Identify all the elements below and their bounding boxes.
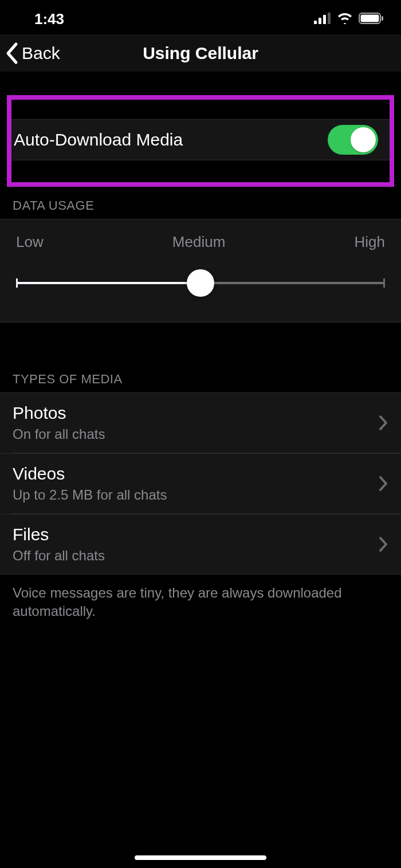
spacer bbox=[0, 323, 401, 360]
svg-rect-1 bbox=[319, 18, 321, 24]
media-list: Photos On for all chats Videos Up to 2.5… bbox=[0, 392, 401, 575]
row-text: Files Off for all chats bbox=[13, 525, 105, 564]
slider-labels: Low Medium High bbox=[16, 233, 385, 251]
chevron-right-icon bbox=[378, 475, 388, 492]
slider-label-low: Low bbox=[16, 233, 44, 251]
highlight-spacer-top bbox=[11, 100, 390, 119]
svg-rect-5 bbox=[361, 15, 379, 22]
battery-icon bbox=[359, 13, 384, 26]
slider-thumb[interactable] bbox=[187, 269, 214, 297]
slider-label-medium: Medium bbox=[172, 233, 225, 251]
videos-row[interactable]: Videos Up to 2.5 MB for all chats bbox=[0, 453, 401, 513]
toggle-knob bbox=[351, 127, 376, 152]
auto-download-row[interactable]: Auto-Download Media bbox=[11, 119, 390, 160]
svg-rect-2 bbox=[323, 15, 326, 24]
svg-rect-0 bbox=[314, 21, 317, 24]
status-bar: 1:43 bbox=[0, 0, 401, 34]
cellular-signal-icon bbox=[314, 13, 331, 26]
auto-download-label: Auto-Download Media bbox=[14, 130, 183, 150]
chevron-left-icon bbox=[5, 42, 21, 65]
page-title: Using Cellular bbox=[0, 44, 401, 63]
svg-rect-6 bbox=[382, 16, 383, 21]
back-button[interactable]: Back bbox=[5, 42, 60, 65]
auto-download-toggle[interactable] bbox=[328, 125, 378, 155]
highlight-spacer-bottom bbox=[11, 160, 390, 182]
files-row[interactable]: Files Off for all chats bbox=[0, 514, 401, 575]
row-title: Photos bbox=[13, 403, 105, 423]
highlight-box: Auto-Download Media bbox=[7, 95, 394, 187]
row-title: Files bbox=[13, 525, 105, 544]
row-text: Photos On for all chats bbox=[13, 403, 105, 442]
svg-rect-3 bbox=[328, 13, 331, 24]
slider-label-high: High bbox=[355, 233, 385, 251]
nav-bar: Back Using Cellular bbox=[0, 34, 401, 72]
home-indicator[interactable] bbox=[135, 855, 266, 860]
data-usage-header: DATA USAGE bbox=[0, 187, 401, 219]
row-subtitle: Off for all chats bbox=[13, 548, 105, 564]
row-subtitle: On for all chats bbox=[13, 426, 105, 442]
photos-row[interactable]: Photos On for all chats bbox=[0, 392, 401, 453]
row-title: Videos bbox=[13, 464, 167, 484]
slider-fill bbox=[16, 282, 200, 284]
wifi-icon bbox=[337, 13, 353, 26]
back-label: Back bbox=[22, 44, 60, 63]
slider-tick-right bbox=[383, 278, 385, 288]
data-usage-panel: Low Medium High bbox=[0, 219, 401, 323]
row-subtitle: Up to 2.5 MB for all chats bbox=[13, 487, 167, 503]
footer-note: Voice messages are tiny, they are always… bbox=[0, 575, 401, 630]
chevron-right-icon bbox=[378, 414, 388, 431]
status-indicators bbox=[314, 10, 387, 26]
data-usage-slider[interactable] bbox=[16, 269, 385, 297]
chevron-right-icon bbox=[378, 536, 388, 553]
row-text: Videos Up to 2.5 MB for all chats bbox=[13, 464, 167, 503]
types-header: TYPES OF MEDIA bbox=[0, 360, 401, 392]
status-time: 1:43 bbox=[34, 10, 64, 28]
